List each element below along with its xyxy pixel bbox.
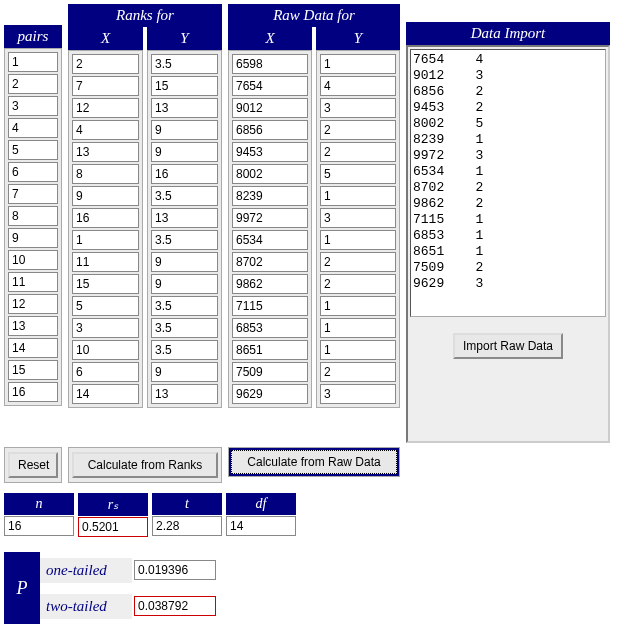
ranks-y-input-9[interactable] [151, 230, 218, 250]
raw-x-input-1[interactable] [232, 54, 308, 74]
stat-t-value[interactable] [152, 516, 222, 536]
raw-y-input-9[interactable] [320, 230, 396, 250]
ranks-x-input-16[interactable] [72, 384, 139, 404]
raw-x-input-9[interactable] [232, 230, 308, 250]
pairs-input-4[interactable] [8, 118, 58, 138]
ranks-y-input-2[interactable] [151, 76, 218, 96]
raw-x-input-12[interactable] [232, 296, 308, 316]
raw-x-input-16[interactable] [232, 384, 308, 404]
raw-x-input-7[interactable] [232, 186, 308, 206]
import-box: Import Raw Data [406, 45, 610, 443]
ranks-x-input-1[interactable] [72, 54, 139, 74]
ranks-y-input-11[interactable] [151, 274, 218, 294]
raw-x-input-5[interactable] [232, 142, 308, 162]
ranks-x-input-13[interactable] [72, 318, 139, 338]
raw-y-input-4[interactable] [320, 120, 396, 140]
p-two-tailed-value[interactable] [134, 596, 216, 616]
raw-y-input-1[interactable] [320, 54, 396, 74]
ranks-x-input-10[interactable] [72, 252, 139, 272]
raw-x-input-6[interactable] [232, 164, 308, 184]
raw-y-input-7[interactable] [320, 186, 396, 206]
ranks-x-input-4[interactable] [72, 120, 139, 140]
ranks-y-input-10[interactable] [151, 252, 218, 272]
stat-rs-value[interactable] [78, 517, 148, 537]
ranks-x-cells [68, 50, 143, 408]
raw-y-input-10[interactable] [320, 252, 396, 272]
pairs-input-2[interactable] [8, 74, 58, 94]
pairs-input-7[interactable] [8, 184, 58, 204]
raw-y-input-3[interactable] [320, 98, 396, 118]
ranks-x-input-6[interactable] [72, 164, 139, 184]
pairs-input-10[interactable] [8, 250, 58, 270]
reset-button[interactable]: Reset [8, 452, 58, 478]
ranks-y-header: Y [147, 27, 222, 50]
raw-y-input-16[interactable] [320, 384, 396, 404]
raw-y-input-14[interactable] [320, 340, 396, 360]
pairs-input-1[interactable] [8, 52, 58, 72]
raw-y-input-15[interactable] [320, 362, 396, 382]
ranks-x-input-11[interactable] [72, 274, 139, 294]
ranks-y-input-5[interactable] [151, 142, 218, 162]
pairs-input-5[interactable] [8, 140, 58, 160]
raw-x-input-4[interactable] [232, 120, 308, 140]
ranks-x-input-2[interactable] [72, 76, 139, 96]
pairs-input-8[interactable] [8, 206, 58, 226]
raw-y-input-5[interactable] [320, 142, 396, 162]
raw-y-input-2[interactable] [320, 76, 396, 96]
raw-x-input-15[interactable] [232, 362, 308, 382]
raw-y-input-13[interactable] [320, 318, 396, 338]
stat-n-value[interactable] [4, 516, 74, 536]
import-textarea[interactable] [410, 49, 606, 317]
ranks-x-input-3[interactable] [72, 98, 139, 118]
raw-y-input-8[interactable] [320, 208, 396, 228]
ranks-y-input-14[interactable] [151, 340, 218, 360]
import-group: Data Import Import Raw Data [406, 4, 610, 443]
ranks-x-input-5[interactable] [72, 142, 139, 162]
raw-x-input-13[interactable] [232, 318, 308, 338]
ranks-y-input-3[interactable] [151, 98, 218, 118]
ranks-y-input-7[interactable] [151, 186, 218, 206]
pairs-input-6[interactable] [8, 162, 58, 182]
ranks-x-input-8[interactable] [72, 208, 139, 228]
p-label: P [4, 552, 40, 624]
raw-y-header: Y [316, 27, 400, 50]
ranks-y-input-13[interactable] [151, 318, 218, 338]
ranks-y-input-1[interactable] [151, 54, 218, 74]
ranks-y-input-15[interactable] [151, 362, 218, 382]
raw-x-input-10[interactable] [232, 252, 308, 272]
import-raw-button[interactable]: Import Raw Data [453, 333, 563, 359]
ranks-y-input-12[interactable] [151, 296, 218, 316]
raw-y-input-6[interactable] [320, 164, 396, 184]
pairs-input-11[interactable] [8, 272, 58, 292]
ranks-x-input-14[interactable] [72, 340, 139, 360]
raw-x-input-14[interactable] [232, 340, 308, 360]
pairs-input-3[interactable] [8, 96, 58, 116]
pairs-input-9[interactable] [8, 228, 58, 248]
ranks-x-input-15[interactable] [72, 362, 139, 382]
p-one-tailed-value[interactable] [134, 560, 216, 580]
raw-x-input-2[interactable] [232, 76, 308, 96]
pairs-input-15[interactable] [8, 360, 58, 380]
pairs-input-16[interactable] [8, 382, 58, 402]
pairs-input-12[interactable] [8, 294, 58, 314]
pairs-input-14[interactable] [8, 338, 58, 358]
ranks-x-input-7[interactable] [72, 186, 139, 206]
pairs-column: pairs [4, 4, 62, 406]
calc-from-raw-button[interactable]: Calculate from Raw Data [231, 450, 397, 474]
ranks-x-input-12[interactable] [72, 296, 139, 316]
ranks-y-input-4[interactable] [151, 120, 218, 140]
raw-x-header: X [228, 27, 312, 50]
stat-df-value[interactable] [226, 516, 296, 536]
ranks-x-input-9[interactable] [72, 230, 139, 250]
raw-x-input-11[interactable] [232, 274, 308, 294]
raw-x-input-8[interactable] [232, 208, 308, 228]
raw-x-input-3[interactable] [232, 98, 308, 118]
raw-y-input-12[interactable] [320, 296, 396, 316]
ranks-y-input-8[interactable] [151, 208, 218, 228]
raw-y-input-11[interactable] [320, 274, 396, 294]
raw-y-cells [316, 50, 400, 408]
calc-from-ranks-button[interactable]: Calculate from Ranks [72, 452, 218, 478]
pairs-input-13[interactable] [8, 316, 58, 336]
ranks-y-input-16[interactable] [151, 384, 218, 404]
ranks-y-input-6[interactable] [151, 164, 218, 184]
